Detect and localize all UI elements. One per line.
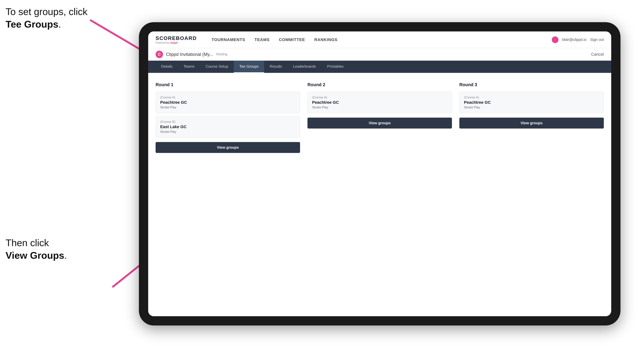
round-1-title: Round 1 [156, 82, 300, 87]
nav-links: TOURNAMENTS TEAMS COMMITTEE RANKINGS [212, 36, 541, 44]
instruction-top-line1: To set groups, click [6, 6, 88, 17]
tournament-name: Clippd Invitational (My... [166, 52, 213, 57]
sub-nav: Details Teams Course Setup Tee Groups Re… [148, 61, 611, 73]
user-email: blair@clippd.io [562, 37, 586, 42]
round-1-course-b-name: East Lake GC [160, 125, 296, 129]
tablet-screen: SCOREBOARD Powered by clippit TOURNAMENT… [148, 31, 611, 316]
round-3-title: Round 3 [459, 82, 604, 87]
round-1-course-a-type: Stroke Play [160, 106, 296, 109]
logo-brand: clippit [170, 41, 178, 44]
round-2-section: Round 2 (Course A) Peachtree GC Stroke P… [308, 82, 452, 153]
tournament-bar: C Clippd Invitational (My... Hosting Can… [148, 48, 611, 61]
round-3-course-a-label: (Course A) [464, 96, 599, 99]
round-1-course-b-type: Stroke Play [160, 130, 296, 134]
tab-course-setup[interactable]: Course Setup [200, 61, 234, 73]
instruction-bottom: Then click View Groups. [6, 237, 67, 262]
round-1-section: Round 1 (Course A) Peachtree GC Stroke P… [156, 82, 300, 153]
instruction-bottom-line2: View Groups [6, 250, 64, 261]
round-2-course-a-type: Stroke Play [312, 106, 447, 109]
nav-tournaments[interactable]: TOURNAMENTS [212, 36, 245, 44]
round-1-course-b-card: (Course B) East Lake GC Stroke Play [156, 116, 300, 138]
tablet-frame: SCOREBOARD Powered by clippit TOURNAMENT… [139, 22, 620, 326]
tab-leaderboards[interactable]: Leaderboards [288, 61, 321, 73]
nav-teams[interactable]: TEAMS [254, 36, 270, 44]
round-1-view-groups-button[interactable]: View groups [156, 142, 300, 153]
top-nav: SCOREBOARD Powered by clippit TOURNAMENT… [148, 31, 611, 48]
nav-committee[interactable]: COMMITTEE [279, 36, 305, 44]
rounds-grid: Round 1 (Course A) Peachtree GC Stroke P… [156, 82, 604, 153]
tab-details[interactable]: Details [156, 61, 178, 73]
round-3-course-a-name: Peachtree GC [464, 100, 599, 105]
tab-results[interactable]: Results [264, 61, 288, 73]
tab-tee-groups[interactable]: Tee Groups [234, 61, 264, 73]
round-3-view-groups-button[interactable]: View groups [459, 118, 604, 129]
hosting-badge: Hosting [216, 52, 227, 56]
instruction-top-line2: Tee Groups [6, 19, 58, 30]
round-2-course-a-label: (Course A) [312, 96, 447, 99]
tournament-title: C Clippd Invitational (My... Hosting [156, 51, 227, 58]
tournament-icon: C [156, 51, 163, 58]
main-content: Round 1 (Course A) Peachtree GC Stroke P… [148, 73, 611, 316]
round-1-course-a-label: (Course A) [160, 96, 296, 99]
round-1-course-a-name: Peachtree GC [160, 100, 296, 105]
instruction-bottom-line1: Then click [6, 237, 49, 248]
logo-scoreboard: SCOREBOARD [156, 35, 197, 41]
logo-powered: Powered by clippit [156, 41, 197, 44]
round-2-view-groups-button[interactable]: View groups [308, 118, 452, 129]
round-2-course-a-name: Peachtree GC [312, 100, 447, 105]
round-2-title: Round 2 [308, 82, 452, 87]
tab-teams[interactable]: Teams [178, 61, 200, 73]
tab-printables[interactable]: Printables [322, 61, 349, 73]
user-avatar [552, 36, 558, 43]
nav-rankings[interactable]: RANKINGS [314, 36, 338, 44]
round-1-course-b-label: (Course B) [160, 120, 296, 124]
round-1-course-a-card: (Course A) Peachtree GC Stroke Play [156, 92, 300, 113]
sign-out-link[interactable]: Sign out [590, 37, 604, 42]
round-3-course-a-type: Stroke Play [464, 106, 599, 109]
round-2-course-a-card: (Course A) Peachtree GC Stroke Play [308, 92, 452, 113]
logo-area: SCOREBOARD Powered by clippit [156, 35, 197, 44]
instruction-top: To set groups, click Tee Groups. [6, 5, 88, 30]
cancel-button[interactable]: Cancel [591, 52, 604, 57]
nav-right: blair@clippd.io Sign out [552, 36, 604, 43]
round-3-section: Round 3 (Course A) Peachtree GC Stroke P… [459, 82, 604, 153]
round-3-course-a-card: (Course A) Peachtree GC Stroke Play [459, 92, 604, 113]
